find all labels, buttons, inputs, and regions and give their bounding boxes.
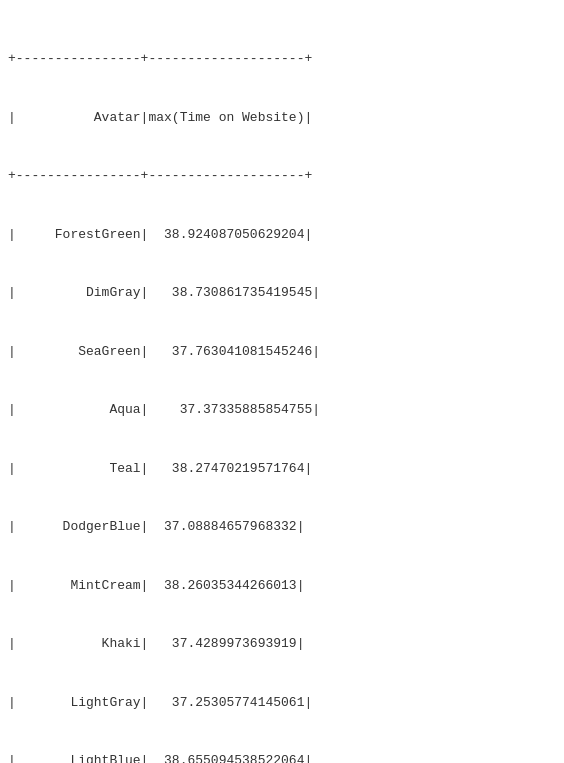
- table1-border-mid: +----------------+--------------------+: [8, 166, 556, 186]
- table1-row-0: | ForestGreen| 38.924087050629204|: [8, 225, 556, 245]
- table1-row-7: | Khaki| 37.4289973693919|: [8, 634, 556, 654]
- table1-row-5: | DodgerBlue| 37.08884657968332|: [8, 517, 556, 537]
- table1-row-6: | MintCream| 38.26035344266013|: [8, 576, 556, 596]
- table1-row-3: | Aqua| 37.37335885854755|: [8, 400, 556, 420]
- table1-row-2: | SeaGreen| 37.763041081545246|: [8, 342, 556, 362]
- table1-row-9: | LightBlue| 38.655094538522064|: [8, 751, 556, 763]
- table1-border-top: +----------------+--------------------+: [8, 49, 556, 69]
- table1-row-1: | DimGray| 38.730861735419545|: [8, 283, 556, 303]
- main-content: +----------------+--------------------+ …: [8, 10, 556, 763]
- table1-block: +----------------+--------------------+ …: [8, 10, 556, 763]
- table1-row-4: | Teal| 38.27470219571764|: [8, 459, 556, 479]
- table1-header: | Avatar|max(Time on Website)|: [8, 108, 556, 128]
- table1-row-8: | LightGray| 37.25305774145061|: [8, 693, 556, 713]
